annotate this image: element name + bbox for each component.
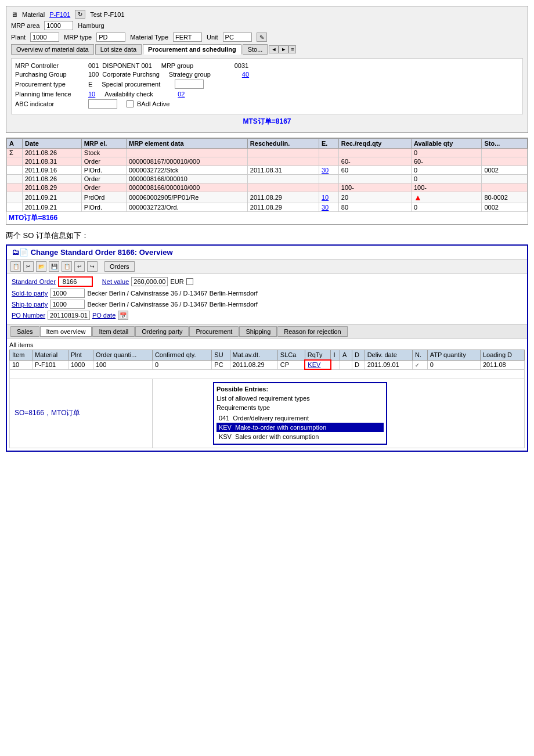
toolbar-open-icon[interactable]: 📂 xyxy=(36,261,46,272)
badi-active-label: BAdI Active xyxy=(137,100,207,107)
ship-to-input[interactable]: 1000 xyxy=(50,300,85,309)
dropdown-item-kev[interactable]: KEV Make-to-order with consumption xyxy=(217,423,384,432)
ship-to-label[interactable]: Ship-to party xyxy=(12,301,48,308)
sold-to-input[interactable]: 1000 xyxy=(50,289,85,298)
cell-mat-av-dt: 2011.08.29 xyxy=(230,360,277,369)
mrp-table-header-row: A Date MRP el. MRP element data Reschedu… xyxy=(7,139,528,149)
refresh-button[interactable]: ↻ xyxy=(75,10,85,19)
po-number-input[interactable]: 20110819-01 xyxy=(48,311,90,320)
mto-order-label: MTO订单=8166 xyxy=(9,213,525,223)
mrp-cell-0-7: 0 xyxy=(411,149,482,157)
cell-rqty[interactable]: KEV xyxy=(305,360,331,369)
net-value-input[interactable]: 260,000.00 xyxy=(131,277,168,286)
mrp-cell-0-8 xyxy=(482,149,528,157)
tab-ordering-party[interactable]: Ordering party xyxy=(135,326,189,337)
po-date-label[interactable]: PO date xyxy=(92,312,116,319)
unit-value[interactable]: PC xyxy=(223,33,252,42)
dropdown-item-041[interactable]: 041 Order/delivery requirement xyxy=(217,413,384,423)
mrp-row-0: Σ2011.08.26Stock0 xyxy=(7,149,528,157)
mrp-type-label: MRP type xyxy=(64,34,92,41)
mrp-cell-4-6: 100- xyxy=(338,183,411,192)
tab-procurement[interactable]: Procurement and scheduling xyxy=(143,44,241,55)
planning-time-fence-value[interactable]: 10 xyxy=(88,91,95,98)
tab-item-overview[interactable]: Item overview xyxy=(40,326,92,337)
col-n: N. xyxy=(412,350,427,361)
cell-plnt: 1000 xyxy=(68,360,93,369)
toolbar-redo-icon[interactable]: ↪ xyxy=(87,261,98,272)
tab-overview[interactable]: Overview of material data xyxy=(11,44,94,55)
mrp-controller-field: MRP Controller 001 DISPONENT 001 xyxy=(15,62,152,69)
toolbar-undo-icon[interactable]: ↩ xyxy=(74,261,85,272)
cell-confirmed-qty: 0 xyxy=(152,360,211,369)
nav-arrow-list[interactable]: ≡ xyxy=(288,45,296,53)
page-wrapper: 🖥 Material P-F101 ↻ Test P-F101 MRP area… xyxy=(0,0,534,462)
cell-loading-d: 2011.08 xyxy=(480,360,524,369)
standard-order-label[interactable]: Standard Order xyxy=(12,278,56,285)
order-header-row-2: Sold-to party 1000 Becker Berlin / Calvi… xyxy=(12,289,522,298)
plant-input[interactable]: 1000 xyxy=(30,33,59,42)
order-header-row-3: Ship-to party 1000 Becker Berlin / Calvi… xyxy=(12,300,522,309)
tab-sales[interactable]: Sales xyxy=(10,326,39,337)
tab-shipping[interactable]: Shipping xyxy=(239,326,277,337)
material-type-value[interactable]: FERT xyxy=(173,33,202,42)
mrp-cell-0-1: 2011.08.26 xyxy=(22,149,81,157)
sold-to-label[interactable]: Sold-to party xyxy=(12,290,48,297)
col-loading-d: Loading D xyxy=(480,350,524,361)
mrp-cell-5-0 xyxy=(7,192,23,203)
tab-procurement[interactable]: Procurement xyxy=(189,326,239,337)
cell-item: 10 xyxy=(10,360,33,369)
material-label: Material xyxy=(22,11,45,18)
order-header-row-4: PO Number 20110819-01 PO date 📅 xyxy=(12,311,522,320)
mrp-cell-2-8: 0002 xyxy=(482,166,528,175)
mrp-cell-4-0 xyxy=(7,183,23,192)
mrp-cell-3-4 xyxy=(247,175,319,183)
availability-check-value[interactable]: 02 xyxy=(178,91,185,98)
edit-icon[interactable]: ✎ xyxy=(257,33,267,42)
standard-order-input[interactable]: 8166 xyxy=(58,276,93,287)
mrp-cell-0-6 xyxy=(338,149,411,157)
mrp-group-label: MRP group xyxy=(161,62,231,69)
tab-item-detail[interactable]: Item detail xyxy=(92,326,135,337)
material-value[interactable]: P-F101 xyxy=(49,11,70,18)
strategy-group-value[interactable]: 40 xyxy=(242,71,249,78)
tab-lot-size[interactable]: Lot size data xyxy=(95,44,142,55)
mrp-cell-5-7: ▲ xyxy=(411,192,482,203)
net-value-checkbox[interactable] xyxy=(186,278,193,285)
mrp-type-input[interactable]: PD xyxy=(96,33,125,42)
table-row-so-label: SO=8166，MTO订单 Possible Entries: List of … xyxy=(10,379,525,448)
po-date-edit-icon[interactable]: 📅 xyxy=(118,311,128,320)
tab-sto[interactable]: Sto... xyxy=(243,44,268,55)
dropdown-item-ksv[interactable]: KSV Sales order with consumption xyxy=(217,432,384,441)
mrp-cell-3-2: Order xyxy=(81,175,126,183)
orders-button[interactable]: Orders xyxy=(104,261,135,272)
mts-order-label: MTS订单=8167 xyxy=(11,117,523,127)
order-tabs: Sales Item overview Item detail Ordering… xyxy=(7,325,527,339)
toolbar-paste-icon[interactable]: 📋 xyxy=(62,261,72,272)
availability-check-label: Availability check xyxy=(104,91,174,98)
abc-indicator-input[interactable] xyxy=(88,99,117,109)
toolbar-copy-icon[interactable]: 📋 xyxy=(10,261,21,272)
form-row-4: Planning time fence 10 Availability chec… xyxy=(15,91,519,98)
badi-active-checkbox[interactable] xyxy=(127,100,134,107)
mrp-area-input[interactable]: 1000 xyxy=(44,21,73,30)
badi-active-field: BAdI Active xyxy=(127,100,207,107)
mrp-controller-name: DISPONENT 001 xyxy=(102,62,151,69)
mrp-row-2: 2011.09.16PlOrd.0000032722/Stck2011.08.3… xyxy=(7,166,528,175)
po-number-label[interactable]: PO Number xyxy=(12,312,45,319)
dropdown-list-title: List of allowed requirement types xyxy=(217,395,384,402)
order-icons: 🗂📄 xyxy=(12,248,28,257)
mrp-cell-0-2: Stock xyxy=(81,149,126,157)
toolbar-cut-icon[interactable]: ✂ xyxy=(23,261,34,272)
nav-arrow-right[interactable]: ► xyxy=(279,45,288,53)
special-procurement-input[interactable] xyxy=(175,80,204,89)
tab-reason-rejection[interactable]: Reason for rejection xyxy=(277,326,347,337)
nav-arrow-left[interactable]: ◄ xyxy=(269,45,279,53)
cell-deliv-date: 2011.09.01 xyxy=(365,360,412,369)
mrp-cell-2-2: PlOrd. xyxy=(81,166,126,175)
toolbar-save-icon[interactable]: 💾 xyxy=(49,261,59,272)
sold-to-field: Sold-to party 1000 Becker Berlin / Calvi… xyxy=(12,289,258,298)
mrp-cell-1-5 xyxy=(319,157,339,166)
net-value-label[interactable]: Net value xyxy=(102,278,129,285)
mrp-cell-2-7: 0 xyxy=(411,166,482,175)
mrp-table-wrapper: A Date MRP el. MRP element data Reschedu… xyxy=(6,138,528,225)
